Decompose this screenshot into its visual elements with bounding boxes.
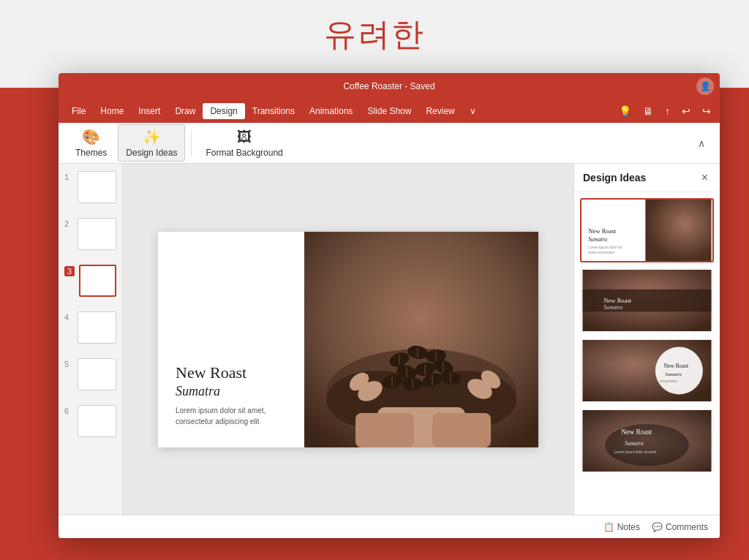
idea-item-1[interactable]: New Roast Sumatra Lorem ipsum dolor sit … xyxy=(580,198,714,262)
idea-thumb-4: New Roast Sumatra Lorem ipsum dolor sit … xyxy=(581,410,712,472)
share-icon[interactable]: ↑ xyxy=(662,104,673,118)
slide-num-1: 1 xyxy=(64,173,73,181)
lightbulb-icon[interactable]: 💡 xyxy=(616,104,634,118)
idea-item-3[interactable]: New Roast Sumatra consectetur xyxy=(580,338,714,403)
design-ideas-panel: Design Ideas × xyxy=(573,164,720,515)
notes-button[interactable]: 📋 Notes xyxy=(603,522,640,532)
svg-rect-30 xyxy=(355,413,414,447)
svg-text:amet consectetur: amet consectetur xyxy=(588,251,615,254)
menu-home[interactable]: Home xyxy=(93,103,131,119)
slide-thumb-1[interactable]: 1 xyxy=(59,164,122,211)
idea-thumb-1: New Roast Sumatra Lorem ipsum dolor sit … xyxy=(581,200,712,261)
slide-preview-3 xyxy=(79,265,116,297)
notes-label: Notes xyxy=(617,522,640,532)
ideas-panel-header: Design Ideas × xyxy=(574,164,720,192)
idea-item-4[interactable]: New Roast Sumatra Lorem ipsum dolor sit … xyxy=(580,409,714,473)
idea-item-2[interactable]: New Roast Sumatra xyxy=(580,268,714,333)
slide-title: New Roast xyxy=(176,363,287,382)
svg-text:New Roast: New Roast xyxy=(603,297,631,304)
svg-text:Lorem ipsum dolor sit amet: Lorem ipsum dolor sit amet xyxy=(614,450,657,454)
svg-text:Sumatra: Sumatra xyxy=(665,371,682,377)
redo-icon[interactable]: ↪ xyxy=(699,104,714,118)
slide-area: New Roast Sumatra Lorem ipsum dolor sit … xyxy=(123,164,573,515)
slide-preview-2 xyxy=(78,218,116,250)
slide-preview-6 xyxy=(78,405,116,437)
ribbon-collapse-button[interactable]: ∧ xyxy=(692,135,711,152)
menu-animations[interactable]: Animations xyxy=(302,103,360,119)
ideas-list: New Roast Sumatra Lorem ipsum dolor sit … xyxy=(574,192,720,515)
svg-text:Sumatra: Sumatra xyxy=(588,236,607,243)
design-ideas-button[interactable]: ✨ Design Ideas xyxy=(118,124,185,162)
comments-icon: 💬 xyxy=(652,522,663,532)
slide-preview-5 xyxy=(78,358,116,390)
slide-num-2: 2 xyxy=(64,219,73,228)
svg-text:New Roast: New Roast xyxy=(621,428,652,436)
slide-num-5: 5 xyxy=(64,360,73,368)
title-bar-text: Coffee Roaster - Saved xyxy=(343,81,434,91)
ribbon: 🎨 Themes ✨ Design Ideas 🖼 Format Backgro… xyxy=(59,123,720,164)
slide-num-4: 4 xyxy=(64,313,73,322)
notes-icon: 📋 xyxy=(603,522,614,532)
status-bar: 📋 Notes 💬 Comments xyxy=(59,515,720,538)
svg-rect-41 xyxy=(583,290,712,312)
slide-num-6: 6 xyxy=(64,406,73,415)
svg-text:consectetur: consectetur xyxy=(660,379,678,383)
slide-preview-1 xyxy=(78,171,116,203)
present-icon[interactable]: 🖥 xyxy=(640,104,656,118)
idea-thumb-2: New Roast Sumatra xyxy=(581,270,712,331)
slide-image xyxy=(304,232,538,447)
ideas-panel-title: Design Ideas xyxy=(583,172,646,183)
ideas-close-button[interactable]: × xyxy=(699,171,711,184)
themes-button[interactable]: 🎨 Themes xyxy=(67,124,115,162)
slide-canvas: New Roast Sumatra Lorem ipsum dolor sit … xyxy=(158,232,538,447)
menu-file[interactable]: File xyxy=(64,103,93,119)
slide-body: Lorem ipsum dolor sit amet, consectetur … xyxy=(176,405,287,427)
themes-icon: 🎨 xyxy=(82,128,100,145)
comments-label: Comments xyxy=(666,522,708,532)
slide-thumb-6[interactable]: 6 xyxy=(59,398,122,444)
svg-text:New Roast: New Roast xyxy=(663,363,689,369)
slide-thumb-4[interactable]: 4 xyxy=(59,304,122,351)
menu-more[interactable]: ∨ xyxy=(462,103,483,119)
menu-bar: File Home Insert Draw Design Transitions… xyxy=(59,99,720,123)
slide-thumb-5[interactable]: 5 xyxy=(59,351,122,398)
design-ideas-icon: ✨ xyxy=(143,128,161,145)
svg-text:New Roast: New Roast xyxy=(588,227,616,235)
slide-thumb-3[interactable]: 3 xyxy=(59,257,122,304)
svg-rect-34 xyxy=(646,200,712,261)
main-content: 1 2 3 4 5 6 xyxy=(59,164,720,515)
slide-thumb-2[interactable]: 2 xyxy=(59,211,122,257)
slide-preview-4 xyxy=(78,311,116,344)
menu-review[interactable]: Review xyxy=(418,103,462,119)
svg-text:Sumatra: Sumatra xyxy=(603,304,622,311)
svg-text:Lorem ipsum dolor sit: Lorem ipsum dolor sit xyxy=(588,246,622,249)
slide-panel: 1 2 3 4 5 6 xyxy=(59,164,123,515)
svg-text:Sumatra: Sumatra xyxy=(625,440,644,447)
format-bg-icon: 🖼 xyxy=(237,129,252,145)
comments-button[interactable]: 💬 Comments xyxy=(652,522,708,532)
idea-thumb-3: New Roast Sumatra consectetur xyxy=(581,340,712,401)
undo-icon[interactable]: ↩ xyxy=(679,104,693,118)
korean-title: 유려한 xyxy=(0,13,749,56)
menu-slideshow[interactable]: Slide Show xyxy=(360,103,418,119)
title-bar: Coffee Roaster - Saved 👤 xyxy=(59,73,720,99)
menu-insert[interactable]: Insert xyxy=(131,103,168,119)
menu-draw[interactable]: Draw xyxy=(168,103,203,119)
slide-content-left: New Roast Sumatra Lorem ipsum dolor sit … xyxy=(158,232,304,447)
slide-num-3: 3 xyxy=(64,266,75,276)
menu-design[interactable]: Design xyxy=(203,103,244,119)
format-background-button[interactable]: 🖼 Format Background xyxy=(197,125,290,162)
menu-transitions[interactable]: Transitions xyxy=(245,103,302,119)
slide-subtitle: Sumatra xyxy=(176,384,287,399)
avatar[interactable]: 👤 xyxy=(696,77,714,95)
svg-rect-31 xyxy=(432,413,491,447)
app-window: Coffee Roaster - Saved 👤 File Home Inser… xyxy=(59,73,720,538)
ribbon-separator xyxy=(191,130,192,156)
